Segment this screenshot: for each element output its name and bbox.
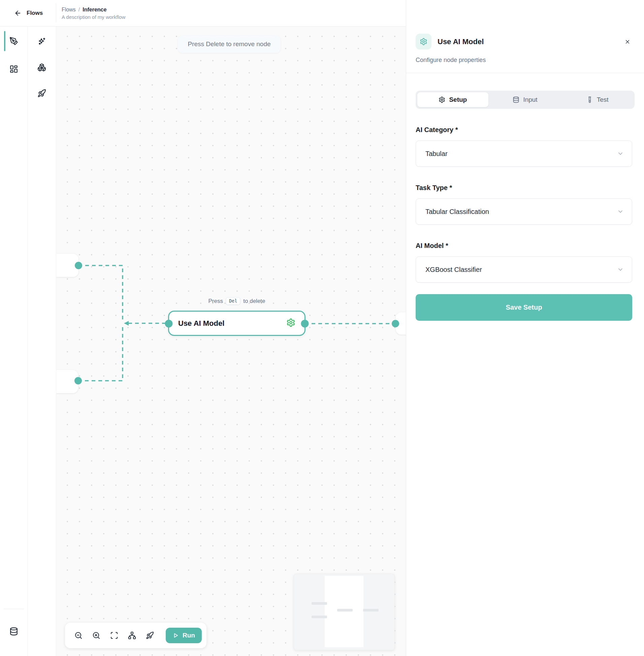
zoom-in-icon[interactable] (92, 631, 100, 639)
ai-category-select[interactable]: Tabular (416, 140, 632, 167)
back-nav[interactable]: Flows (0, 0, 56, 26)
panel-subtitle: Configure node properties (416, 56, 632, 64)
fit-view-icon[interactable] (110, 631, 118, 639)
ai-category-value: Tabular (426, 150, 447, 158)
play-icon (172, 632, 179, 639)
zoom-out-icon[interactable] (74, 631, 83, 639)
minimap-node (312, 615, 327, 618)
ai-model-label: AI Model * (416, 242, 632, 250)
chevron-down-icon (617, 208, 624, 215)
tab-label: Setup (449, 96, 467, 104)
upstream-node-top[interactable] (56, 254, 78, 277)
sidebar-primary (0, 27, 28, 656)
gear-icon (439, 96, 445, 103)
layout-tree-icon[interactable] (128, 631, 136, 639)
left-section: Flows Flows / Inference A description of… (0, 0, 406, 656)
rocket-icon[interactable] (38, 89, 46, 98)
tab-test[interactable]: Test (562, 92, 633, 107)
panel-title: Use AI Model (438, 38, 484, 46)
minimap-node (337, 609, 353, 612)
tab-input[interactable]: Input (490, 92, 561, 107)
setup-form: AI Category * Tabular Task Type * Tabula… (406, 126, 644, 321)
canvas-toolbar: Run (65, 623, 206, 648)
test-tube-icon (586, 96, 593, 103)
minimap-viewport[interactable] (325, 576, 363, 647)
ai-model-value: XGBoost Classifier (426, 266, 482, 274)
delete-key-hint: Press Del to delete (208, 297, 265, 305)
flow-edges (56, 27, 406, 656)
pen-tool-icon[interactable] (9, 37, 18, 45)
tab-setup[interactable]: Setup (417, 92, 488, 107)
task-type-select[interactable]: Tabular Classification (416, 199, 632, 225)
app-header: Flows Flows / Inference A description of… (0, 0, 406, 27)
breadcrumb-parent[interactable]: Flows (62, 7, 76, 13)
minimap-node (363, 609, 378, 612)
workflow-description: A description of my workflow (62, 14, 125, 20)
ai-model-select[interactable]: XGBoost Classifier (416, 256, 632, 283)
hint-suffix: to delete (243, 298, 265, 304)
back-label[interactable]: Flows (27, 10, 43, 17)
run-button[interactable]: Run (166, 628, 202, 643)
edge-arrow (124, 321, 129, 326)
edge-top-left (78, 266, 122, 322)
rocket-icon[interactable] (146, 631, 154, 639)
use-ai-model-node[interactable]: Use AI Model (168, 311, 305, 336)
close-icon[interactable] (622, 37, 632, 47)
delete-node-tooltip: Press Delete to remove node (178, 36, 281, 53)
task-type-label: Task Type * (416, 184, 632, 192)
breadcrumb-separator: / (78, 7, 80, 13)
flow-canvas[interactable]: Press Delete to remove node Press Del to… (56, 27, 406, 656)
layout-grid-icon[interactable] (9, 65, 18, 73)
boxes-icon[interactable] (38, 63, 46, 72)
task-type-value: Tabular Classification (426, 208, 489, 216)
downstream-node[interactable] (396, 312, 406, 335)
tab-label: Test (597, 96, 608, 104)
node-type-badge (416, 34, 432, 49)
breadcrumb-current: Inference (83, 7, 107, 13)
minimap[interactable] (294, 574, 395, 650)
properties-panel: Use AI Model Configure node properties S… (406, 0, 644, 656)
database-icon (513, 96, 520, 103)
chevron-down-icon (617, 266, 624, 273)
panel-tabs: Setup Input Test (416, 91, 635, 109)
breadcrumb: Flows / Inference A description of my wo… (56, 0, 125, 26)
edge-bottom-left (78, 325, 122, 381)
database-icon[interactable] (9, 627, 18, 636)
sparkles-plus-icon[interactable] (38, 37, 46, 46)
upstream-node-bottom[interactable] (56, 370, 78, 393)
arrow-left-icon[interactable] (14, 9, 22, 17)
app-root: Flows Flows / Inference A description of… (0, 0, 644, 656)
hint-prefix: Press (208, 298, 223, 304)
node-label: Use AI Model (178, 319, 224, 328)
tab-label: Input (523, 96, 537, 104)
chevron-down-icon (617, 150, 624, 157)
del-key-badge: Del (226, 297, 240, 305)
ai-category-label: AI Category * (416, 126, 632, 134)
save-setup-button[interactable]: Save Setup (416, 294, 632, 321)
panel-divider (406, 73, 644, 73)
sidebar-secondary (28, 27, 56, 656)
sidebar-divider (4, 609, 24, 609)
active-tool-indicator (4, 31, 5, 51)
run-label: Run (183, 632, 195, 639)
gear-icon[interactable] (286, 318, 295, 329)
minimap-node (312, 602, 327, 605)
gear-icon (420, 38, 428, 45)
